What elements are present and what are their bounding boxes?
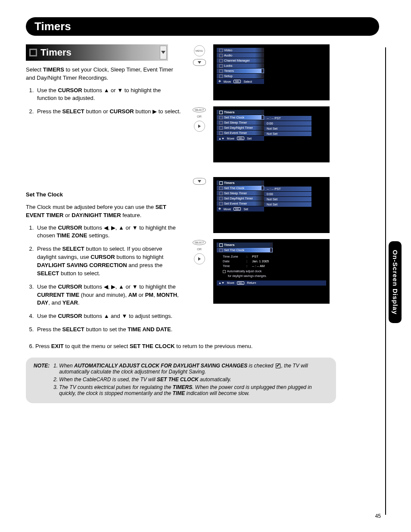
menu-hint: ✥Move SELSet bbox=[217, 206, 264, 212]
note-box: NOTE: When AUTOMATICALLY ADJUST CLOCK FO… bbox=[26, 358, 336, 403]
value-item: Not Set bbox=[264, 197, 311, 202]
step-b6: Press EXIT to quit the menu or select SE… bbox=[35, 342, 389, 351]
menu-item-highlighted: Set The Clock bbox=[217, 115, 264, 120]
tv-screen-2: Timers Set The Clock Set Sleep Timer Set… bbox=[213, 106, 330, 162]
select-button-icon: SELECT bbox=[193, 240, 206, 245]
steps-list-b: Use the CURSOR buttons ◀, ▶, ▲ or ▼ to h… bbox=[26, 224, 181, 334]
osd-block-4: SELECT OR Timers Set The Clock Time Zone… bbox=[190, 239, 389, 304]
value-item: -- : -- PST bbox=[264, 116, 311, 121]
menu-item: Set Sleep Timer bbox=[217, 120, 264, 125]
menu-header: Timers bbox=[217, 110, 264, 115]
value-item: 0:00 bbox=[264, 192, 311, 196]
step-b2: Press the SELECT button to select. If yo… bbox=[35, 245, 181, 277]
step-b3: Use the CURSOR buttons ◀, ▶, ▲ or ▼ to h… bbox=[35, 283, 181, 308]
note-3: The TV counts electrical pulses for regu… bbox=[59, 384, 328, 396]
osd-block-3: Timers Set The Clock Set Sleep Timer Set… bbox=[190, 177, 389, 233]
side-tab: On-Screen Display bbox=[389, 241, 402, 323]
note-2: When the CableCARD is used, the TV will … bbox=[59, 376, 328, 383]
right-nav-icon bbox=[194, 253, 205, 264]
value-item: Not Set bbox=[264, 126, 311, 131]
intro-text: Select TIMERS to set your Clock, Sleep T… bbox=[26, 66, 181, 82]
auto-adjust-row2: for daylight savings changes. bbox=[217, 274, 326, 279]
side-tab-label: On-Screen Display bbox=[392, 250, 399, 314]
menu-sub-header: Set The Clock bbox=[217, 248, 273, 252]
square-icon bbox=[29, 49, 37, 56]
step-a2: Press the SELECT button or CURSOR button… bbox=[35, 108, 181, 116]
value-item: 0:00 bbox=[264, 121, 311, 126]
down-nav-icon bbox=[193, 178, 206, 185]
set-clock-heading: Set The Clock bbox=[26, 191, 181, 199]
menu-item: Channel Manager bbox=[217, 58, 264, 63]
down-nav-icon bbox=[193, 59, 206, 66]
select-button-icon: SELECT bbox=[193, 107, 206, 112]
menu-hint: ▲▼Move SELSet bbox=[217, 136, 264, 141]
section-header-label: Timers bbox=[40, 46, 72, 59]
section-header-timers: Timers bbox=[26, 44, 168, 61]
menu-item: Setup bbox=[217, 74, 264, 78]
menu-hint: ✥ Move SELSelect bbox=[217, 79, 264, 84]
menu-item: Audio bbox=[217, 53, 264, 58]
note-1: When AUTOMATICALLY ADJUST CLOCK FOR DAYL… bbox=[59, 363, 328, 375]
page-number: 45 bbox=[375, 513, 381, 519]
set-clock-intro: The Clock must be adjusted before you ca… bbox=[26, 203, 181, 220]
menu-item: Video bbox=[217, 48, 264, 53]
auto-adjust-row: Automatically adjust clock bbox=[217, 268, 326, 274]
clock-row: Date:Jan. 1 2005 bbox=[217, 259, 326, 264]
value-item: -- : -- PST bbox=[264, 187, 311, 191]
left-column: Timers Select TIMERS to set your Clock, … bbox=[26, 44, 181, 340]
osd-block-1: MENU Video Audio Channel Manager Locks T… bbox=[190, 44, 389, 100]
dropdown-icon bbox=[160, 46, 167, 59]
or-label: OR bbox=[197, 248, 202, 251]
tv-screen-4: Timers Set The Clock Time Zone:PST Date:… bbox=[213, 239, 330, 304]
menu-header: Timers bbox=[217, 243, 273, 247]
clock-row: Time Zone:PST bbox=[217, 254, 326, 259]
tv-screen-1: Video Audio Channel Manager Locks Timers… bbox=[213, 44, 330, 100]
checkbox-icon bbox=[223, 270, 226, 273]
right-column: MENU Video Audio Channel Manager Locks T… bbox=[190, 44, 389, 310]
menu-item: Set Event Timer bbox=[217, 201, 264, 206]
steps-list-a: Use the CURSOR buttons ▲ or ▼ to highlig… bbox=[26, 87, 181, 116]
menu-item-highlighted: Set The Clock bbox=[217, 186, 264, 190]
step-b5: Press the SELECT button to set the TIME … bbox=[35, 326, 181, 334]
note-label: NOTE: bbox=[34, 363, 50, 369]
menu-item: Set Day/Night Timer bbox=[217, 196, 264, 201]
clock-row: Time:-- : -- AM bbox=[217, 264, 326, 268]
value-item: Not Set bbox=[264, 131, 311, 136]
menu-item: Set Sleep Timer bbox=[217, 191, 264, 196]
value-item: Not Set bbox=[264, 202, 311, 207]
step-b1: Use the CURSOR buttons ◀, ▶, ▲ or ▼ to h… bbox=[35, 224, 181, 240]
menu-item: Set Day/Night Timer bbox=[217, 125, 264, 130]
step-a1: Use the CURSOR buttons ▲ or ▼ to highlig… bbox=[35, 87, 181, 103]
osd-block-2: SELECT OR Timers Set The Clock Set Sleep… bbox=[190, 106, 389, 162]
step-b4: Use the CURSOR buttons ▲ and ▼ to adjust… bbox=[35, 312, 181, 320]
menu-item: Locks bbox=[217, 63, 264, 68]
page-title-bar: Timers bbox=[26, 17, 379, 36]
menu-item-highlighted: Timers bbox=[217, 68, 264, 73]
right-nav-icon bbox=[194, 121, 205, 132]
menu-item: Set Event Timer bbox=[217, 131, 264, 135]
page-divider bbox=[385, 47, 386, 515]
menu-header: Timers bbox=[217, 180, 264, 185]
menu-hint: ▲▼Move SELReturn bbox=[217, 280, 326, 286]
menu-button-icon: MENU bbox=[194, 45, 205, 56]
or-label: OR bbox=[197, 115, 202, 118]
tv-screen-3: Timers Set The Clock Set Sleep Timer Set… bbox=[213, 177, 330, 233]
checkmark-icon bbox=[276, 364, 280, 368]
